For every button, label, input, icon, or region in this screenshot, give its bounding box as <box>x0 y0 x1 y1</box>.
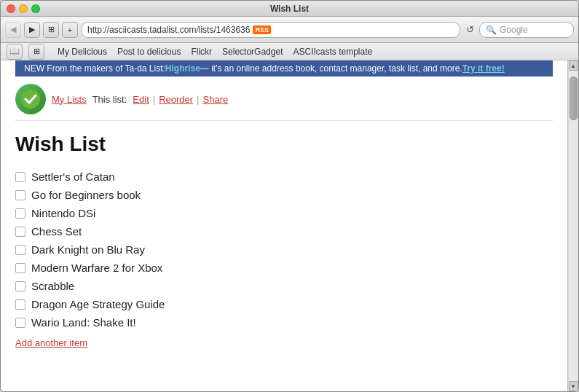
notification-suffix: — it's an online address book, contact m… <box>200 63 462 74</box>
toolbar: ◀ ▶ ⊞ + http://asciicasts.tadalist.com/l… <box>1 17 578 43</box>
edit-link[interactable]: Edit <box>133 94 149 105</box>
this-list-label: This list: <box>92 94 127 105</box>
todo-checkbox[interactable] <box>15 281 25 291</box>
scrollbar: ▲ ▼ <box>567 60 578 391</box>
todo-text: Dark Knight on Blu Ray <box>31 243 145 256</box>
todo-text: Scrabble <box>31 280 74 292</box>
todo-item: Go for Beginners book <box>15 186 553 204</box>
bookmark-icons: 📖 ⊞ <box>7 44 44 60</box>
traffic-lights <box>7 4 40 13</box>
bookmark-flickr[interactable]: Flickr <box>191 47 212 57</box>
todo-checkbox[interactable] <box>15 245 25 255</box>
content-area: NEW From the makers of Ta-da List: Highr… <box>1 60 578 391</box>
todo-item: Settler's of Catan <box>15 168 553 186</box>
todo-checkbox[interactable] <box>15 208 25 219</box>
bookmark-selectorgadget[interactable]: SelectorGadget <box>222 47 283 57</box>
search-bar[interactable]: 🔍 Google <box>479 22 574 38</box>
reorder-link[interactable]: Reorder <box>159 94 193 105</box>
notification-link[interactable]: Highrise <box>165 63 200 74</box>
view-icon: ⊞ <box>48 25 55 34</box>
my-lists-link[interactable]: My Lists <box>52 94 87 105</box>
todo-list: Settler's of CatanGo for Beginners bookN… <box>15 168 553 332</box>
todo-text: Modern Warfare 2 for Xbox <box>31 262 162 274</box>
add-tab-button[interactable]: + <box>62 22 78 38</box>
nav-links: My Lists This list: Edit | Reorder | Sha… <box>52 94 228 105</box>
bookmarks-bar: 📖 ⊞ My Delicious Post to delicious Flick… <box>1 43 578 60</box>
window-title: Wish List <box>270 4 309 14</box>
refresh-button[interactable]: ↺ <box>463 23 476 36</box>
svg-point-0 <box>21 90 40 109</box>
tadalist-logo <box>15 84 46 114</box>
todo-item: Modern Warfare 2 for Xbox <box>15 259 553 277</box>
forward-button[interactable]: ▶ <box>24 22 40 38</box>
todo-checkbox[interactable] <box>15 227 25 237</box>
address-bar[interactable]: http://asciicasts.tadalist.com/lists/146… <box>81 22 460 38</box>
maximize-button[interactable] <box>31 4 40 13</box>
scroll-down-button[interactable]: ▼ <box>569 381 578 391</box>
todo-item: Scrabble <box>15 277 553 295</box>
search-placeholder: Google <box>500 25 528 35</box>
todo-text: Go for Beginners book <box>31 189 141 201</box>
page-title: Wish List <box>15 133 553 156</box>
browser-window: Wish List ◀ ▶ ⊞ + http://asciicasts.tada… <box>0 0 579 392</box>
bookmarks-icon[interactable]: 📖 <box>7 44 23 60</box>
back-button[interactable]: ◀ <box>5 22 21 38</box>
notification-bar: NEW From the makers of Ta-da List: Highr… <box>15 60 553 77</box>
add-item-link[interactable]: Add another item <box>15 337 87 348</box>
scrollbar-track[interactable] <box>569 71 578 381</box>
main-content: NEW From the makers of Ta-da List: Highr… <box>1 60 567 391</box>
bookmark-asciicasts-template[interactable]: ASCIIcasts template <box>293 47 372 57</box>
refresh-icon: ↺ <box>466 24 474 35</box>
search-icon: 🔍 <box>486 25 497 35</box>
title-bar: Wish List <box>1 1 578 17</box>
sep-1: | <box>153 94 155 105</box>
todo-text: Settler's of Catan <box>31 170 115 183</box>
address-bar-container: http://asciicasts.tadalist.com/lists/146… <box>81 22 476 38</box>
forward-icon: ▶ <box>29 25 35 34</box>
todo-text: Wario Land: Shake It! <box>31 316 136 329</box>
bookmark-post-to-delicious[interactable]: Post to delicious <box>117 47 181 57</box>
close-button[interactable] <box>7 4 15 13</box>
add-icon: + <box>68 26 72 34</box>
todo-checkbox[interactable] <box>15 172 25 182</box>
todo-text: Chess Set <box>31 225 82 238</box>
grid-icon[interactable]: ⊞ <box>28 44 44 60</box>
scroll-up-button[interactable]: ▲ <box>569 60 578 71</box>
address-text: http://asciicasts.tadalist.com/lists/146… <box>87 25 250 35</box>
todo-item: Dragon Age Strategy Guide <box>15 295 553 313</box>
logo-svg <box>20 89 41 109</box>
share-link[interactable]: Share <box>203 94 229 105</box>
todo-item: Dark Knight on Blu Ray <box>15 240 553 259</box>
notification-prefix: NEW From the makers of Ta-da List: <box>24 63 165 74</box>
scrollbar-thumb[interactable] <box>570 77 578 120</box>
rss-badge[interactable]: RSS <box>253 26 271 34</box>
view-button[interactable]: ⊞ <box>43 22 59 38</box>
sep-2: | <box>197 94 199 105</box>
todo-checkbox[interactable] <box>15 263 25 273</box>
notification-try-link[interactable]: Try it free! <box>462 63 505 74</box>
todo-item: Chess Set <box>15 222 553 240</box>
todo-text: Dragon Age Strategy Guide <box>31 298 165 310</box>
todo-checkbox[interactable] <box>15 318 25 328</box>
todo-checkbox[interactable] <box>15 190 25 200</box>
todo-item: Nintendo DSi <box>15 204 553 222</box>
bookmark-my-delicious[interactable]: My Delicious <box>58 47 107 57</box>
todo-item: Wario Land: Shake It! <box>15 313 553 332</box>
page-nav: My Lists This list: Edit | Reorder | Sha… <box>15 77 553 121</box>
todo-text: Nintendo DSi <box>31 207 95 219</box>
back-icon: ◀ <box>10 25 16 34</box>
minimize-button[interactable] <box>19 4 28 13</box>
todo-checkbox[interactable] <box>15 299 25 310</box>
